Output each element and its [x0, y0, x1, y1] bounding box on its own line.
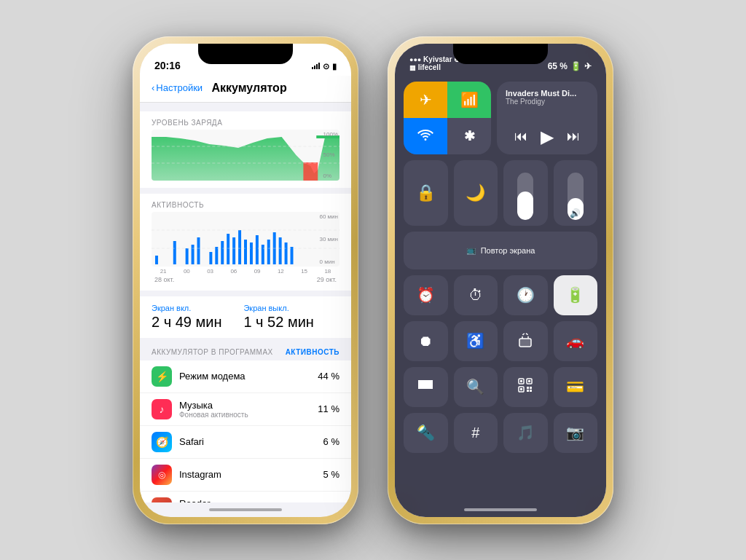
svg-rect-12 [221, 241, 224, 264]
app-list-header: АККУМУЛЯТОР В ПРОГРАММАХ АКТИВНОСТЬ [140, 344, 351, 360]
svg-rect-27 [519, 339, 531, 347]
appletv-icon [417, 379, 434, 395]
wifi-button[interactable] [404, 118, 447, 154]
rotation-lock-icon: 🔒 [416, 184, 436, 202]
camera-icon: 📷 [566, 424, 584, 441]
volume-slider[interactable]: 🔊 [554, 160, 598, 226]
app-row-reeder[interactable]: ★ Reeder Фоновая активность 5 % [140, 492, 351, 502]
hotspot-icon: ⚡ [152, 366, 172, 387]
record-icon: ⏺ [418, 333, 433, 350]
wallet-button[interactable]: 💳 [554, 367, 598, 407]
app-pct: 11 % [318, 403, 339, 414]
svg-rect-1 [303, 162, 318, 181]
svg-rect-22 [279, 237, 282, 264]
carrier-secondary: ▦ lifecell [409, 63, 460, 71]
alarm-button[interactable]: ⏰ [404, 275, 448, 315]
reeder-icon: ★ [152, 497, 172, 502]
screen-mirror-button[interactable]: 📺 Повтор экрана [404, 232, 597, 269]
svg-rect-11 [215, 247, 218, 264]
app-info: Safari [179, 436, 323, 447]
cc-top-row: ✈ 📶 ✱ [404, 82, 597, 154]
screen-on-label: Экран вкл. [152, 304, 221, 312]
battery-widget-button[interactable]: 🔋 [554, 275, 598, 315]
content-scroll: УРОВЕНЬ ЗАРЯДА [140, 103, 351, 502]
signal-icon [312, 62, 320, 71]
timer-button[interactable]: ⏱ [454, 275, 498, 315]
accessibility-button[interactable]: ♿ [454, 321, 498, 361]
svg-rect-32 [528, 380, 530, 382]
app-row-hotspot[interactable]: ⚡ Режим модема 44 % [140, 360, 351, 393]
status-icons: ⊙ ▮ [312, 62, 337, 71]
notch-2 [453, 44, 548, 64]
car-icon: 🚗 [566, 332, 584, 350]
screen-stats: Экран вкл. 2 ч 49 мин Экран выкл. 1 ч 52… [140, 296, 351, 338]
next-button[interactable]: ⏭ [567, 129, 580, 144]
app-row-music[interactable]: ♪ Музыка Фоновая активность 11 % [140, 393, 351, 426]
flashlight-button[interactable]: 🔦 [404, 413, 448, 453]
app-name: Режим модема [179, 371, 318, 382]
phone-control-center: ●●● Kyivstar ⊕ ▦ lifecell 65 % 🔋 ✈ [388, 36, 613, 524]
stopwatch-button[interactable]: 🕐 [503, 275, 548, 315]
qr-icon [518, 378, 533, 396]
qr-scanner-button[interactable] [503, 367, 548, 407]
status-time: 20:16 [154, 60, 181, 71]
prev-button[interactable]: ⏮ [514, 129, 527, 144]
svg-rect-10 [209, 252, 212, 264]
brightness-icon: ☀ [522, 208, 530, 218]
wallet-icon: 💳 [566, 378, 584, 395]
svg-rect-31 [520, 380, 522, 382]
date-label-left: 28 окт. [154, 276, 174, 283]
app-list: ⚡ Режим модема 44 % ♪ Музыка Фо [140, 360, 351, 502]
svg-rect-19 [262, 245, 264, 264]
airplane-mode-button[interactable]: ✈ [404, 82, 447, 118]
now-playing-widget: Invaders Must Di... The Prodigy ⏮ ▶ ⏭ [497, 82, 597, 154]
app-name: Instagram [179, 469, 323, 480]
screen-mirror-icon: 📺 [466, 245, 476, 255]
phone-battery: 20:16 ⊙ ▮ ‹ [133, 36, 358, 524]
battery-chart-container: УРОВЕНЬ ЗАРЯДА [140, 111, 351, 188]
brightness-slider[interactable]: ☀ [503, 160, 548, 226]
bluetooth-button[interactable]: ✱ [447, 118, 491, 154]
svg-rect-9 [197, 237, 200, 264]
car-play-button[interactable]: 🚗 [554, 321, 598, 361]
calculator-button[interactable]: # [454, 413, 498, 453]
cc-icon-row-4: 🔦 # 🎵 📷 [404, 413, 597, 453]
calculator-icon: # [471, 425, 479, 441]
app-pct: 5 % [323, 469, 339, 480]
screen-lock-button[interactable] [503, 321, 548, 361]
camera-button[interactable]: 📷 [554, 413, 598, 453]
voice-memos-button[interactable]: 🎵 [503, 413, 548, 453]
activity-chart-container: АКТИВНОСТЬ [140, 194, 351, 291]
svg-rect-7 [186, 248, 189, 264]
cc-content: ✈ 📶 ✱ [395, 76, 606, 502]
play-button[interactable]: ▶ [541, 127, 554, 147]
cellular-button[interactable]: 📶 [447, 82, 491, 118]
svg-rect-17 [250, 242, 253, 264]
appletv-button[interactable] [404, 367, 448, 407]
app-row-safari[interactable]: 🧭 Safari 6 % [140, 426, 351, 459]
cc-battery-info: 65 % 🔋 ✈ [548, 54, 592, 71]
notch [198, 44, 293, 64]
music-icon: ♪ [152, 399, 172, 419]
alarm-icon: ⏰ [417, 286, 435, 304]
do-not-disturb-button[interactable]: 🌙 [454, 160, 498, 226]
svg-rect-33 [520, 388, 522, 390]
stopwatch-icon: 🕐 [517, 286, 535, 304]
cc-connectivity-grid: ✈ 📶 ✱ [404, 82, 491, 154]
svg-rect-24 [291, 247, 294, 264]
back-button[interactable]: ‹ Настройки [152, 82, 203, 93]
record-button[interactable]: ⏺ [404, 321, 448, 361]
battery-screen: 20:16 ⊙ ▮ ‹ [140, 44, 351, 517]
svg-rect-34 [527, 387, 529, 389]
chevron-left-icon: ‹ [152, 82, 154, 93]
app-name: Safari [179, 436, 323, 447]
np-artist: The Prodigy [506, 98, 589, 106]
app-row-instagram[interactable]: ◎ Instagram 5 % [140, 459, 351, 492]
rotation-lock-button[interactable]: 🔒 [404, 160, 448, 226]
app-pct: 6 % [323, 436, 339, 447]
x-axis-labels: 2100030609121518 [152, 267, 339, 276]
battery-percentage: 65 % [548, 61, 568, 71]
magnifier-button[interactable]: 🔍 [454, 367, 498, 407]
home-indicator [140, 502, 351, 517]
carrier-primary: ●●● Kyivstar ⊕ [409, 55, 460, 63]
